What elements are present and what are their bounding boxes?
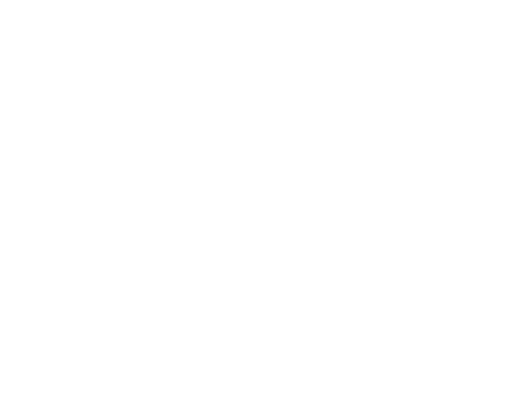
code-container xyxy=(0,0,532,396)
